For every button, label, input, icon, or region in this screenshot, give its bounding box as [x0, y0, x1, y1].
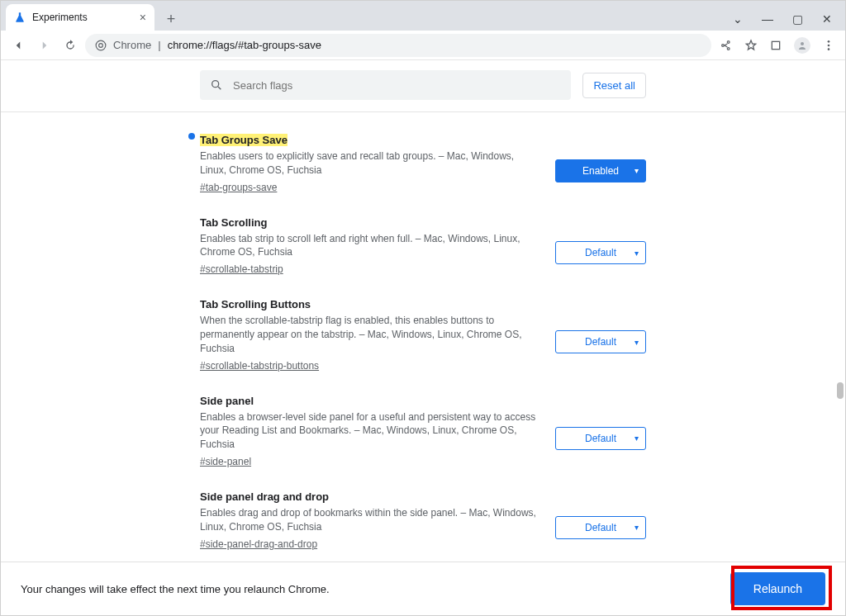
back-button[interactable] — [11, 38, 26, 53]
minimize-icon[interactable]: — — [761, 12, 774, 26]
titlebar: Experiments × + ⌄ — ▢ ✕ — [1, 1, 845, 31]
svg-line-8 — [218, 87, 221, 89]
reset-all-button[interactable]: Reset all — [582, 73, 646, 98]
flag-dropdown-value: Default — [585, 336, 616, 348]
search-box[interactable] — [200, 70, 571, 100]
flag-row: Side panel drag and dropEnables drag and… — [200, 479, 646, 558]
svg-point-6 — [828, 48, 830, 50]
flag-dropdown-value: Default — [585, 522, 616, 533]
omnibox-scheme: Chrome — [113, 39, 151, 51]
flag-anchor-link[interactable]: #tab-groups-save — [200, 182, 277, 193]
close-icon[interactable]: × — [140, 12, 146, 23]
chevron-down-icon: ▾ — [634, 166, 639, 175]
flag-anchor-link[interactable]: #scrollable-tabstrip-buttons — [200, 360, 319, 372]
omnibox[interactable]: Chrome | chrome://flags/#tab-groups-save — [85, 34, 711, 57]
profile-avatar[interactable] — [794, 37, 810, 54]
chrome-icon — [95, 40, 107, 51]
extensions-icon[interactable] — [769, 39, 782, 52]
flag-anchor-link[interactable]: #scrollable-tabstrip — [200, 263, 283, 275]
search-icon — [210, 78, 223, 92]
flag-dropdown-value: Default — [585, 433, 616, 444]
new-tab-button[interactable]: + — [159, 7, 183, 31]
flag-row: Tab Scrolling ButtonsWhen the scrollable… — [200, 287, 646, 382]
flag-anchor-link[interactable]: #side-panel — [200, 456, 251, 467]
flag-title: Tab Scrolling — [200, 216, 267, 229]
bookmark-icon[interactable] — [744, 39, 758, 52]
relaunch-note: Your changes will take effect the next t… — [21, 583, 730, 595]
svg-point-7 — [212, 81, 219, 88]
svg-point-4 — [828, 40, 830, 43]
flag-dropdown[interactable]: Default▾ — [555, 330, 646, 353]
relaunch-bar: Your changes will take effect the next t… — [1, 562, 845, 615]
menu-icon[interactable] — [822, 39, 835, 52]
flag-description: When the scrollable-tabstrip flag is ena… — [200, 314, 539, 355]
flag-row: Tab ScrollingEnables tab strip to scroll… — [200, 205, 646, 287]
flag-dropdown[interactable]: Enabled▾ — [555, 159, 646, 182]
maximize-icon[interactable]: ▢ — [791, 12, 804, 26]
modified-dot-icon — [188, 133, 195, 140]
page-content: Reset all Tab Groups SaveEnables users t… — [1, 60, 845, 615]
flag-title: Tab Groups Save — [200, 134, 288, 146]
search-input[interactable] — [231, 78, 561, 92]
flag-title: Side panel — [200, 395, 254, 407]
svg-point-3 — [801, 42, 804, 45]
flag-description: Enables tab strip to scroll left and rig… — [200, 232, 539, 260]
relaunch-button[interactable]: Relaunch — [730, 572, 825, 605]
flag-description: Enables users to explicitly save and rec… — [200, 149, 539, 178]
flag-description: Enables a browser-level side panel for a… — [200, 410, 539, 452]
flag-title: Tab Scrolling Buttons — [200, 298, 311, 310]
flag-title: Side panel drag and drop — [200, 490, 329, 503]
window-controls: ⌄ — ▢ ✕ — [731, 12, 845, 31]
chevron-down-icon: ▾ — [634, 249, 639, 258]
browser-tab[interactable]: Experiments × — [6, 4, 154, 31]
svg-point-5 — [828, 44, 830, 46]
svg-point-0 — [96, 40, 106, 50]
chevron-down-icon[interactable]: ⌄ — [731, 12, 744, 26]
tab-title: Experiments — [32, 12, 133, 23]
chevron-down-icon: ▾ — [634, 434, 639, 443]
chevron-down-icon: ▾ — [634, 338, 639, 347]
flag-description: Enables drag and drop of bookmarks withi… — [200, 506, 539, 534]
flag-row: Side panelEnables a browser-level side p… — [200, 383, 646, 479]
flag-row: Tab Groups SaveEnables users to explicit… — [200, 122, 646, 205]
chevron-down-icon: ▾ — [634, 523, 639, 532]
flag-dropdown[interactable]: Default▾ — [555, 516, 646, 539]
flag-dropdown-value: Default — [585, 247, 616, 258]
flag-dropdown-value: Enabled — [582, 165, 619, 177]
svg-point-1 — [99, 43, 103, 47]
share-icon[interactable] — [720, 39, 733, 52]
address-bar: Chrome | chrome://flags/#tab-groups-save — [1, 31, 845, 60]
forward-button — [37, 38, 52, 53]
flag-dropdown[interactable]: Default▾ — [555, 427, 646, 450]
flag-dropdown[interactable]: Default▾ — [555, 241, 646, 264]
reload-button[interactable] — [64, 39, 77, 52]
svg-rect-2 — [772, 41, 779, 49]
flask-icon — [14, 12, 26, 23]
omnibox-url: chrome://flags/#tab-groups-save — [168, 39, 321, 51]
scrollbar-thumb[interactable] — [837, 382, 844, 399]
flag-anchor-link[interactable]: #side-panel-drag-and-drop — [200, 538, 317, 550]
close-window-icon[interactable]: ✕ — [820, 12, 834, 26]
